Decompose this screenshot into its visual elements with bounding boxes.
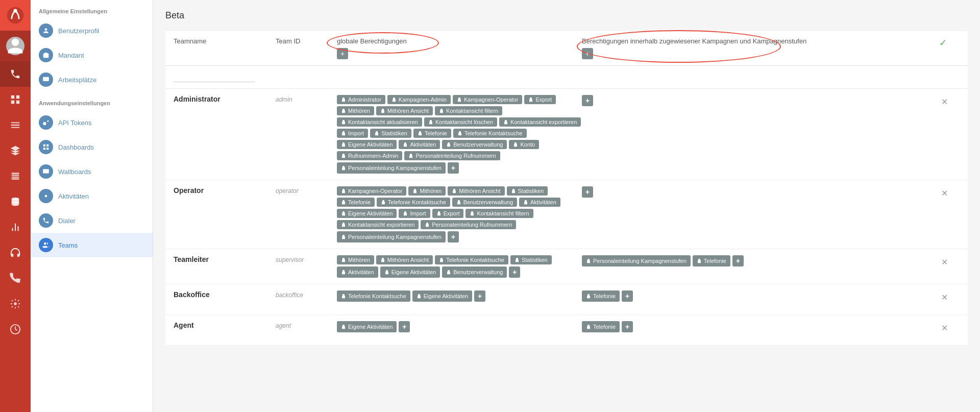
nav-phone2-icon[interactable] — [0, 265, 31, 291]
campaign-permission-badge[interactable]: Telefonie — [693, 255, 730, 266]
global-permission-badge[interactable]: Konto — [509, 140, 539, 149]
add-global-badge-button[interactable]: + — [399, 321, 410, 332]
global-permission-badge[interactable]: Benutzerverwaltung — [442, 140, 507, 149]
display-nav-icon — [39, 164, 53, 179]
global-permission-badge[interactable]: Export — [524, 95, 556, 104]
add-campaign-badge-button[interactable]: + — [622, 321, 633, 332]
remove-team-button[interactable]: ✕ — [939, 257, 950, 267]
add-global-badge-button[interactable]: + — [448, 162, 459, 174]
add-campaign-badge-button[interactable]: + — [732, 255, 744, 266]
global-permission-badge[interactable]: Personaleinteilung Kampagnenstufen — [337, 231, 446, 243]
global-permission-badge[interactable]: Statistiken — [370, 129, 411, 138]
global-permission-badge[interactable]: Mithören Ansicht — [448, 186, 504, 196]
add-global-badge-button[interactable]: + — [509, 266, 520, 278]
global-permission-badge[interactable]: Rufnummern-Admin — [337, 151, 402, 160]
global-permission-badge[interactable]: Eigene Aktivitäten — [337, 140, 397, 149]
sidebar-item-arbeitsplaetze[interactable]: Arbeitsplätze — [31, 67, 153, 92]
global-permission-badge[interactable]: Kampagnen-Admin — [387, 95, 451, 104]
sidebar-item-aktivitaeten[interactable]: Aktivitäten — [31, 184, 153, 208]
nav-grid-icon[interactable] — [0, 87, 31, 112]
key-nav-icon — [39, 115, 53, 130]
global-permission-badge[interactable]: Import — [337, 129, 368, 138]
global-permission-badge[interactable]: Import — [399, 209, 430, 218]
global-permission-badge[interactable]: Benutzerverwaltung — [452, 198, 517, 207]
global-permission-badge[interactable]: Statistiken — [510, 255, 552, 264]
global-permission-badge[interactable]: Personaleinteilung Kampagnenstufen — [337, 162, 446, 174]
remove-team-button[interactable]: ✕ — [939, 97, 950, 107]
sidebar-item-benutzerprofil[interactable]: Benutzerprofil — [31, 18, 153, 43]
add-global-badge-button[interactable]: + — [474, 290, 485, 302]
global-permission-badge[interactable]: Aktivitäten — [399, 140, 440, 149]
global-permission-badge[interactable]: Mithören — [337, 255, 374, 264]
svg-rect-6 — [43, 144, 45, 147]
sidebar-item-dashboards[interactable]: Dashboards — [31, 135, 153, 159]
global-permission-badge[interactable]: Kampagnen-Operator — [337, 186, 406, 196]
global-permission-badge[interactable]: Personaleinteilung Rufnummern — [421, 220, 516, 229]
new-teamname-input[interactable] — [174, 72, 255, 82]
add-campaign-badge-button[interactable]: + — [582, 95, 593, 106]
global-permission-badge[interactable]: Kontaktansicht löschen — [424, 117, 497, 127]
nav-menu-icon[interactable] — [0, 112, 31, 138]
nav-list-icon[interactable] — [0, 163, 31, 189]
global-permission-badge[interactable]: Aktivitäten — [519, 198, 560, 207]
sidebar-item-api-tokens[interactable]: API Tokens — [31, 110, 153, 135]
svg-point-12 — [44, 243, 46, 245]
add-campaign-permission-button[interactable]: + — [582, 48, 593, 59]
global-permission-badge[interactable]: Mithören Ansicht — [376, 255, 433, 264]
team-id-cell: supervisor — [276, 255, 337, 263]
global-permission-badge[interactable]: Telefonie — [337, 198, 375, 207]
global-permission-badge[interactable]: Eigene Aktivitäten — [380, 266, 440, 278]
campaign-permission-badge[interactable]: Telefonie — [582, 290, 620, 302]
global-permission-badge[interactable]: Telefonie — [413, 129, 451, 138]
global-permission-badge[interactable]: Export — [432, 209, 464, 218]
remove-team-button[interactable]: ✕ — [939, 323, 950, 333]
team-name-cell: Agent — [174, 321, 276, 330]
global-permission-badge[interactable]: Statistiken — [507, 186, 548, 196]
svg-point-1 — [13, 9, 17, 12]
add-global-permission-button[interactable]: + — [337, 48, 348, 59]
add-campaign-badge-button[interactable]: + — [622, 290, 633, 302]
global-permission-badge[interactable]: Kontaktansicht filtern — [435, 106, 502, 115]
add-campaign-badge-button[interactable]: + — [582, 186, 593, 198]
global-permission-badge[interactable]: Aktivitäten — [337, 266, 378, 278]
global-permission-badge[interactable]: Kampagnen-Operator — [453, 95, 522, 104]
global-permission-badge[interactable]: Mithören Ansicht — [376, 106, 433, 115]
nav-tool-icon[interactable] — [0, 291, 31, 317]
add-global-badge-button[interactable]: + — [448, 231, 459, 243]
global-permission-badge[interactable]: Administrator — [337, 95, 385, 104]
global-permission-badge[interactable]: Telefonie Kontaktsuche — [337, 290, 410, 302]
global-permission-badge[interactable]: Mithören — [408, 186, 446, 196]
global-permission-badge[interactable]: Kontaktansicht exportieren — [499, 117, 581, 127]
nav-clock-icon[interactable] — [0, 317, 31, 342]
nav-layers-icon[interactable] — [0, 138, 31, 163]
sidebar-item-mandant[interactable]: Mandant — [31, 43, 153, 67]
team-name-cell: Administrator — [174, 95, 276, 104]
global-permission-badge[interactable]: Benutzerverwaltung — [442, 266, 507, 278]
global-permission-badge[interactable]: Telefonie Kontaktsuche — [453, 129, 527, 138]
nav-database-icon[interactable] — [0, 189, 31, 214]
app-logo[interactable] — [0, 0, 31, 31]
svg-rect-10 — [43, 169, 49, 173]
global-permission-badge[interactable]: Mithören — [337, 106, 374, 115]
campaign-permission-badge[interactable]: Telefonie — [582, 321, 620, 332]
global-permission-badge[interactable]: Personaleinteilung Rufnummern — [404, 151, 500, 160]
global-permission-badge[interactable]: Telefonie Kontaktsuche — [435, 255, 508, 264]
campaign-permission-badge[interactable]: Personaleinteilung Kampagnenstufen — [582, 255, 691, 266]
nav-headphone-icon[interactable] — [0, 240, 31, 265]
sidebar-item-wallboards[interactable]: Wallboards — [31, 159, 153, 184]
global-permission-badge[interactable]: Telefonie Kontaktsuche — [377, 198, 450, 207]
nav-phone-icon[interactable] — [0, 61, 31, 87]
global-permission-badge[interactable]: Kontaktansicht filtern — [465, 209, 533, 218]
save-button[interactable]: ✓ — [939, 37, 947, 49]
sidebar-item-teams[interactable]: Teams — [31, 233, 153, 257]
global-permission-badge[interactable]: Kontaktansicht exportieren — [337, 220, 419, 229]
global-permission-badge[interactable]: Eigene Aktivitäten — [412, 290, 472, 302]
user-avatar[interactable] — [0, 31, 31, 61]
nav-chart-icon[interactable] — [0, 214, 31, 240]
sidebar-item-dialer[interactable]: Dialer — [31, 208, 153, 233]
global-permission-badge[interactable]: Kontaktansicht aktualisieren — [337, 117, 422, 127]
remove-team-button[interactable]: ✕ — [939, 188, 950, 198]
remove-team-button[interactable]: ✕ — [939, 293, 950, 302]
global-permission-badge[interactable]: Eigene Aktivitäten — [337, 321, 397, 332]
global-permission-badge[interactable]: Eigene Aktivitäten — [337, 209, 397, 218]
